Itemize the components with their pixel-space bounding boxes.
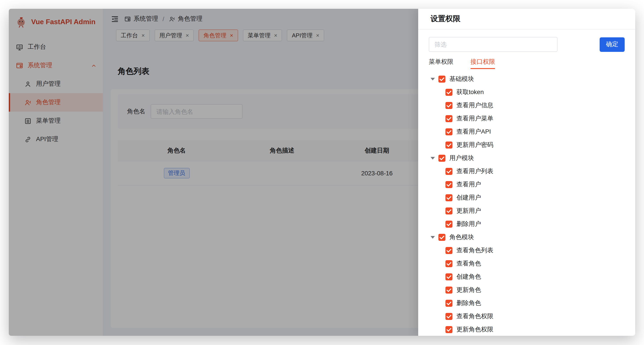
tree-item[interactable]: 角色模块 <box>429 231 625 244</box>
checkbox-checked[interactable] <box>446 326 452 333</box>
checkbox-checked[interactable] <box>446 221 452 228</box>
checkbox-checked[interactable] <box>446 260 452 267</box>
tree-item-label: 更新角色 <box>456 286 481 294</box>
caret-down-icon[interactable] <box>430 157 435 160</box>
tree-item-label: 基础模块 <box>450 75 474 83</box>
permission-tab-label: 接口权限 <box>470 58 495 68</box>
checkbox-checked[interactable] <box>446 115 452 122</box>
tree-item[interactable]: 更新角色 <box>429 283 625 297</box>
tree-item[interactable]: 查看用户信息 <box>429 99 625 112</box>
tree-item[interactable]: 查看用户菜单 <box>429 112 625 125</box>
tree-item[interactable]: 查看角色列表 <box>429 244 625 257</box>
caret-down-icon[interactable] <box>430 78 435 80</box>
checkbox-checked[interactable] <box>438 234 446 241</box>
checkbox-checked[interactable] <box>446 102 452 109</box>
tree-item-label: 查看用户 <box>456 181 481 189</box>
checkbox-checked[interactable] <box>446 286 452 293</box>
tree-item-label: 查看角色列表 <box>456 247 493 254</box>
tree-item-label: 更新用户 <box>456 207 481 215</box>
tree-item-label: 查看角色 <box>456 260 481 268</box>
filter-input[interactable] <box>429 37 558 52</box>
tree-item-label: 用户模块 <box>450 154 474 162</box>
tree-item-label: 查看用户API <box>456 128 491 136</box>
checkbox-checked[interactable] <box>446 142 452 149</box>
tree-item[interactable]: 删除角色 <box>429 297 625 310</box>
tree-item-label: 查看用户菜单 <box>456 115 493 123</box>
checkbox-checked[interactable] <box>446 128 452 135</box>
checkbox-checked[interactable] <box>446 273 452 280</box>
checkbox-checked[interactable] <box>446 300 452 307</box>
tree-item[interactable]: 基础模块 <box>429 73 625 86</box>
checkbox-checked[interactable] <box>446 89 452 96</box>
permission-tab-api-perms[interactable]: 接口权限 <box>470 58 495 69</box>
checkbox-checked[interactable] <box>438 76 446 83</box>
tree-item[interactable]: 查看角色 <box>429 257 625 270</box>
tree-item[interactable]: 查看用户 <box>429 178 625 191</box>
tree-item[interactable]: 更新角色权限 <box>429 323 625 336</box>
tree-item-label: 获取token <box>456 88 484 96</box>
checkbox-checked[interactable] <box>446 181 452 188</box>
checkbox-checked[interactable] <box>438 155 446 162</box>
checkbox-checked[interactable] <box>446 207 452 214</box>
tree-item-label: 删除用户 <box>456 220 481 228</box>
tree-item[interactable]: 用户模块 <box>429 152 625 165</box>
permission-tab-menu-perms[interactable]: 菜单权限 <box>429 58 453 69</box>
tree-item[interactable]: 创建用户 <box>429 191 625 204</box>
drawer-title: 设置权限 <box>418 9 635 30</box>
checkbox-checked[interactable] <box>446 168 452 175</box>
screen: Vue FastAPI Admin 工作台系统管理用户管理角色管理菜单管理API… <box>0 0 644 345</box>
tree-item-label: 查看用户列表 <box>456 167 493 175</box>
drawer-body: 确定 菜单权限接口权限 基础模块获取token查看用户信息查看用户菜单查看用户A… <box>418 30 635 336</box>
checkbox-checked[interactable] <box>446 247 452 254</box>
tree-item-label: 更新用户密码 <box>456 141 493 149</box>
tree-item-label: 创建用户 <box>456 194 481 202</box>
checkbox-checked[interactable] <box>446 313 452 320</box>
tree-item-label: 更新角色权限 <box>456 326 493 333</box>
tree-item[interactable]: 查看用户列表 <box>429 165 625 178</box>
tree-item-label: 删除角色 <box>456 299 481 307</box>
permission-tree: 基础模块获取token查看用户信息查看用户菜单查看用户API更新用户密码用户模块… <box>429 73 625 336</box>
tree-item-label: 查看角色权限 <box>456 312 493 320</box>
confirm-button[interactable]: 确定 <box>600 37 625 52</box>
tree-item-label: 创建角色 <box>456 273 481 281</box>
tree-item[interactable]: 查看角色权限 <box>429 310 625 323</box>
tree-item[interactable]: 更新用户 <box>429 204 625 218</box>
tree-item-label: 查看用户信息 <box>456 102 493 109</box>
caret-down-icon[interactable] <box>430 236 435 239</box>
permission-drawer: 设置权限 确定 菜单权限接口权限 基础模块获取token查看用户信息查看用户菜单… <box>418 9 635 336</box>
permission-tabs: 菜单权限接口权限 <box>429 58 625 69</box>
tree-item[interactable]: 获取token <box>429 86 625 99</box>
tree-item[interactable]: 删除用户 <box>429 218 625 231</box>
tree-item[interactable]: 创建角色 <box>429 270 625 283</box>
active-tab-underline <box>429 68 453 69</box>
tree-item[interactable]: 查看用户API <box>429 125 625 138</box>
permission-tab-label: 菜单权限 <box>429 58 453 68</box>
checkbox-checked[interactable] <box>446 194 452 201</box>
app-window: Vue FastAPI Admin 工作台系统管理用户管理角色管理菜单管理API… <box>9 9 635 336</box>
tree-item[interactable]: 更新用户密码 <box>429 138 625 152</box>
active-tab-underline <box>470 68 495 69</box>
tree-item-label: 角色模块 <box>450 233 474 241</box>
